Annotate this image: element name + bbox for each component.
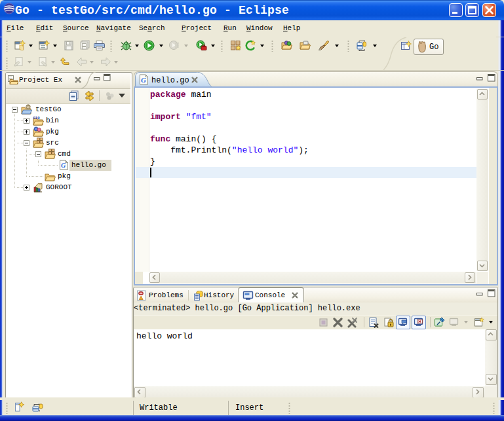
svg-text:010: 010 [33,116,41,120]
svg-text:G: G [141,76,146,84]
svg-text:G: G [61,162,66,169]
